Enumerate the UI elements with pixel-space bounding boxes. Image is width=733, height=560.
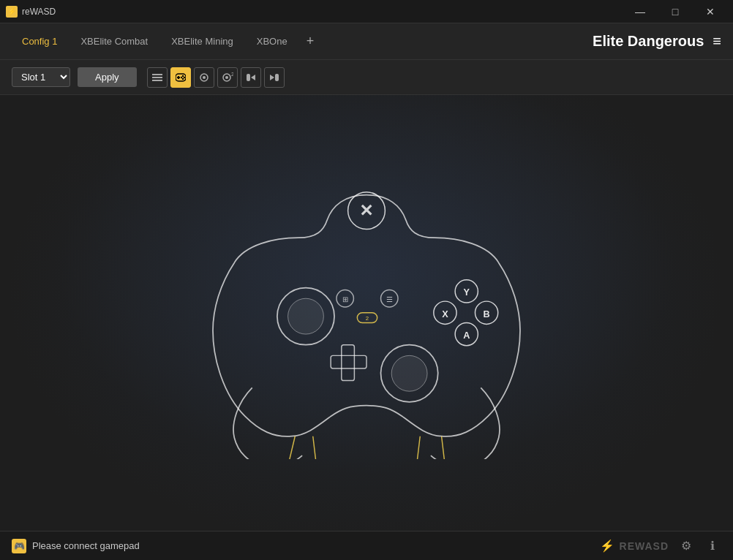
add-tab-button[interactable]: + [301,34,320,49]
bottom-left: 🎮 Please connect gamepad [12,539,140,553]
hamburger-menu-icon[interactable]: ≡ [713,33,721,50]
app-title: reWASD [22,7,56,17]
tabs-container: Config 1 XBElite Combat XBElite Mining X… [12,31,593,51]
game-title: Elite Dangerous [593,33,704,50]
main-content: ✕ ⊞ ☰ 2 Y B [0,95,733,531]
svg-rect-1 [152,77,162,78]
right-trigger-view-button[interactable] [264,67,285,88]
svg-text:⊞: ⊞ [342,295,348,303]
left-trigger-view-button[interactable] [241,67,261,88]
connection-status: Please connect gamepad [32,540,140,551]
svg-point-22 [288,298,324,334]
minimize-button[interactable]: — [623,0,657,23]
controller-diagram: ✕ ⊞ ☰ 2 Y B [184,152,549,459]
view-icons-group: 2 [147,67,285,88]
tab-config1[interactable]: Config 1 [12,31,67,51]
svg-rect-17 [275,74,279,81]
svg-rect-26 [331,355,366,368]
controller-view-button[interactable] [170,67,191,88]
svg-point-24 [391,355,427,391]
tab-xbelite-mining[interactable]: XBElite Mining [161,31,244,51]
title-bar-left: ⚡ reWASD [6,6,56,18]
right-stick-view-button[interactable]: 2 [217,67,238,88]
svg-marker-16 [251,75,255,80]
header-right: Elite Dangerous ≡ [593,33,721,50]
window-controls: — □ ✕ [623,0,727,23]
svg-marker-18 [270,75,274,80]
list-view-button[interactable] [147,67,168,88]
svg-rect-25 [342,345,355,381]
tab-xbelite-combat[interactable]: XBElite Combat [70,31,158,51]
app-icon: ⚡ [6,6,18,18]
rewasd-bolt-icon: ⚡ [600,539,615,553]
svg-text:Y: Y [464,287,470,298]
svg-point-6 [181,75,183,76]
main-header: Config 1 XBElite Combat XBElite Mining X… [0,23,733,60]
svg-text:2: 2 [231,72,233,77]
svg-text:A: A [463,330,470,341]
svg-rect-15 [247,74,250,81]
toolbar: Slot 1 Apply [0,60,733,95]
bottom-right: ⚡ REWASD ⚙ ℹ [600,537,721,555]
svg-text:☰: ☰ [386,295,393,303]
svg-rect-0 [152,74,162,75]
svg-text:2: 2 [366,315,369,322]
info-button[interactable]: ℹ [704,537,721,555]
svg-point-13 [225,76,228,79]
rewasd-logo: ⚡ REWASD [600,539,669,553]
maximize-button[interactable]: □ [658,0,692,23]
apply-button[interactable]: Apply [78,67,137,87]
bottom-bar: 🎮 Please connect gamepad ⚡ REWASD ⚙ ℹ [0,531,733,560]
svg-point-8 [181,77,183,79]
svg-text:✕: ✕ [360,201,374,220]
slot-selector[interactable]: Slot 1 [12,67,70,87]
title-bar: ⚡ reWASD — □ ✕ [0,0,733,23]
left-stick-view-button[interactable] [194,67,214,88]
gamepad-status-icon: 🎮 [12,539,26,553]
settings-button[interactable]: ⚙ [677,537,695,555]
svg-rect-5 [177,77,180,78]
rewasd-text: REWASD [620,540,669,552]
svg-point-9 [180,76,181,77]
svg-text:B: B [484,309,490,319]
controller-svg: ✕ ⊞ ☰ 2 Y B [184,152,549,459]
svg-rect-2 [152,80,162,81]
svg-point-7 [183,76,184,77]
svg-text:X: X [442,309,448,319]
close-button[interactable]: ✕ [693,0,727,23]
tab-xbone[interactable]: XBOne [247,31,298,51]
svg-point-11 [203,76,206,79]
